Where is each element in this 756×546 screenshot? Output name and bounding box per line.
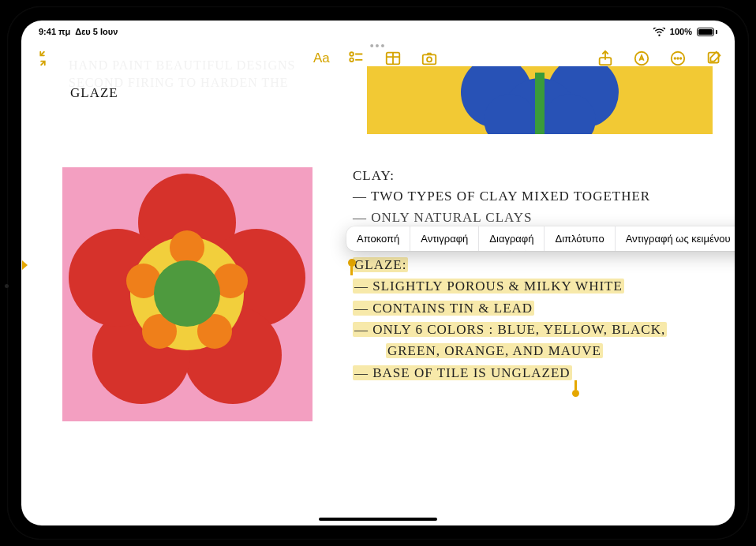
battery-percent: 100% [670, 27, 692, 36]
svg-point-10 [680, 58, 681, 58]
top-drawing[interactable] [367, 66, 713, 134]
markup-icon[interactable] [632, 49, 651, 68]
glaze-line: GREEN, ORANGE, AND MAUVE [386, 343, 603, 358]
note-canvas[interactable]: HAND PAINT BEAUTIFUL DESIGNS SECOND FIRI… [21, 71, 735, 525]
ctx-copy[interactable]: Αντιγραφή [410, 226, 479, 251]
pink-drawing[interactable] [62, 167, 313, 421]
checklist-icon[interactable] [347, 49, 366, 68]
glaze-line: — BASE OF TILE IS UNGLAZED [353, 365, 572, 380]
status-bar: 9:41 πμ Δευ 5 Ιουν 100% [21, 21, 735, 38]
clay-heading: CLAY: [353, 166, 650, 186]
table-icon[interactable] [384, 49, 402, 68]
faded-line: HAND PAINT BEAUTIFUL DESIGNS [69, 57, 295, 74]
selection-end-handle[interactable] [572, 390, 579, 397]
ctx-duplicate[interactable]: Διπλότυπο [545, 226, 615, 251]
battery-icon [697, 28, 717, 36]
clay-line: — ONLY NATURAL CLAYS [353, 208, 650, 228]
glaze-heading: GLAZE: [353, 257, 408, 272]
home-indicator[interactable] [319, 518, 437, 521]
ctx-cut[interactable]: Αποκοπή [346, 226, 410, 251]
share-icon[interactable] [596, 49, 615, 68]
glaze-line: — SLIGHTLY POROUS & MILKY WHITE [353, 279, 624, 294]
ctx-delete[interactable]: Διαγραφή [479, 226, 545, 251]
svg-point-1 [350, 58, 354, 62]
svg-rect-3 [423, 54, 436, 64]
status-time: 9:41 πμ [39, 27, 70, 36]
glaze-top-label: GLAZE [70, 85, 118, 101]
screen: 9:41 πμ Δευ 5 Ιουν 100% ••• [21, 21, 735, 525]
side-switch-dot [5, 284, 9, 288]
glaze-line: — ONLY 6 COLORS : BLUE, YELLOW, BLACK, [353, 322, 667, 337]
ipad-frame: 9:41 πμ Δευ 5 Ιουν 100% ••• [7, 6, 749, 540]
collapse-fullscreen-icon[interactable] [32, 48, 53, 69]
svg-point-0 [350, 52, 354, 56]
svg-point-9 [677, 58, 678, 58]
svg-point-8 [675, 58, 676, 58]
clay-line: — TWO TYPES OF CLAY MIXED TOGETHER [353, 186, 650, 207]
clay-notes[interactable]: CLAY: — TWO TYPES OF CLAY MIXED TOGETHER… [353, 166, 650, 228]
text-format-icon[interactable]: Aa [313, 49, 330, 68]
status-date: Δευ 5 Ιουν [75, 27, 118, 36]
selection-start-handle[interactable] [348, 259, 356, 267]
sidebar-reveal-handle[interactable] [21, 256, 29, 274]
wifi-icon [653, 27, 665, 37]
window-dots-icon[interactable]: ••• [370, 39, 387, 52]
glaze-line: — CONTAINS TIN & LEAD [353, 301, 534, 316]
context-menu: Αποκοπή Αντιγραφή Διαγραφή Διπλότυπο Αντ… [346, 226, 735, 251]
compose-icon[interactable] [705, 49, 724, 68]
more-icon[interactable] [668, 49, 687, 68]
camera-icon[interactable] [420, 49, 439, 68]
glaze-notes-selected[interactable]: GLAZE: — SLIGHTLY POROUS & MILKY WHITE —… [353, 254, 667, 384]
ctx-copy-as-text[interactable]: Αντιγραφή ως κειμένου [616, 226, 735, 251]
svg-rect-18 [535, 73, 545, 134]
svg-point-26 [170, 230, 204, 265]
svg-point-4 [427, 57, 432, 62]
svg-point-31 [154, 260, 220, 327]
